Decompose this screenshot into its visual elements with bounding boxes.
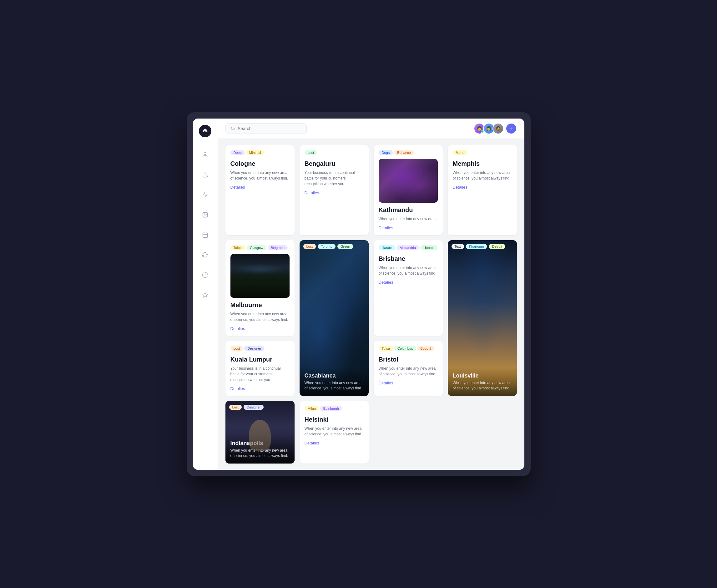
svg-line-10 bbox=[234, 129, 234, 130]
card-kualalumpur-desc: Your business is in a continual battle f… bbox=[230, 365, 290, 382]
tag-deep: Deep bbox=[230, 150, 245, 155]
card-louisville-overlay: Louisville When you enter into any new a… bbox=[448, 368, 517, 396]
tag-tulsa: Tulsa bbox=[379, 346, 393, 351]
card-helsinki-title: Helsinki bbox=[304, 416, 364, 423]
card-cologne: Deep Minimal Cologne When you enter into… bbox=[226, 145, 295, 235]
sidebar-item-favorites[interactable] bbox=[199, 289, 211, 300]
tag-columbus: Columbus bbox=[394, 346, 416, 351]
tag-edinburgh: Edinburgh bbox=[320, 406, 342, 411]
tag-green: Green bbox=[337, 244, 353, 249]
avatar-group: 🧑 👩 🧔 + bbox=[474, 123, 517, 134]
card-melbourne-tags: Taipei Glasgow Belgrade bbox=[230, 245, 290, 250]
sidebar-item-upload[interactable] bbox=[199, 169, 211, 181]
card-brisbane-link[interactable]: Detalies bbox=[379, 280, 438, 285]
card-kathmandu-title: Kathmandu bbox=[379, 206, 438, 214]
cards-grid-area: Deep Minimal Cologne When you enter into… bbox=[218, 139, 524, 470]
tag-hubble: Hubble bbox=[420, 245, 438, 250]
card-cologne-title: Cologne bbox=[230, 160, 290, 167]
tag-designer-indy: Designer bbox=[244, 405, 263, 410]
svg-marker-8 bbox=[203, 292, 208, 297]
tag-glasgow: Glasgow bbox=[247, 245, 267, 250]
tag-lost-indy: Lost bbox=[229, 405, 242, 410]
card-cologne-desc: When you enter into any new area of scie… bbox=[230, 170, 290, 181]
sidebar-item-refresh[interactable] bbox=[199, 249, 211, 260]
svg-point-9 bbox=[231, 127, 234, 130]
card-bristol-tags: Tulsa Columbus Bogotá bbox=[379, 346, 438, 351]
card-bengaluru-link[interactable]: Detalies bbox=[304, 190, 364, 195]
card-louisville-title: Louisville bbox=[453, 373, 512, 379]
tag-taipei: Taipei bbox=[230, 245, 246, 250]
card-brisbane-title: Brisbane bbox=[379, 255, 438, 262]
card-bengaluru: Lost Bengaluru Your business is in a con… bbox=[299, 145, 369, 235]
card-bristol-link[interactable]: Detalies bbox=[379, 381, 438, 385]
tag-mens: Mens bbox=[453, 150, 467, 155]
avatar-user-3[interactable]: 🧔 bbox=[492, 123, 504, 134]
svg-point-0 bbox=[204, 152, 206, 154]
cards-grid: Deep Minimal Cologne When you enter into… bbox=[226, 145, 517, 463]
tag-lost-kl: Lost bbox=[230, 346, 243, 351]
sidebar bbox=[193, 119, 218, 470]
card-louisville-image: Text Khartoum Detroit Louisville When yo… bbox=[448, 240, 517, 396]
sidebar-item-images[interactable] bbox=[199, 209, 211, 220]
tag-toronto: Toronto bbox=[318, 244, 336, 249]
card-melbourne-title: Melbourne bbox=[230, 301, 290, 309]
tag-detroit: Detroit bbox=[489, 244, 505, 249]
tag-bogota: Bogotá bbox=[418, 346, 435, 351]
card-brisbane-tags: Harare Alexandria Hubble bbox=[379, 245, 438, 250]
card-casablanca-overlay: Casablanca When you enter into any new a… bbox=[299, 368, 369, 396]
card-bristol-desc: When you enter into any new area of scie… bbox=[379, 365, 438, 377]
card-cologne-tags: Deep Minimal bbox=[230, 150, 290, 155]
card-kathmandu-image bbox=[379, 159, 438, 203]
card-louisville-desc: When you enter into any new area of scie… bbox=[453, 380, 512, 391]
card-memphis-title: Memphis bbox=[453, 160, 512, 167]
main-content: 🧑 👩 🧔 + bbox=[218, 119, 524, 470]
card-memphis-link[interactable]: Detalies bbox=[453, 185, 512, 190]
card-brisbane: Harare Alexandria Hubble Brisbane When y… bbox=[374, 240, 443, 336]
card-casablanca-desc: When you enter into any new area of scie… bbox=[304, 380, 364, 391]
tag-belgrade: Belgrade bbox=[268, 245, 288, 250]
card-bengaluru-tags: Lost bbox=[304, 150, 364, 155]
card-brisbane-desc: When you enter into any new area of scie… bbox=[379, 265, 438, 276]
card-casablanca-image: Lost Toronto Green Casablanca When you e… bbox=[299, 240, 369, 396]
card-kualalumpur-tags: Lost Designer bbox=[230, 346, 290, 351]
card-bristol: Tulsa Columbus Bogotá Bristol When you e… bbox=[374, 341, 443, 396]
app-logo[interactable] bbox=[199, 125, 211, 137]
tag-dogs: Dogs bbox=[379, 150, 393, 155]
card-melbourne-link[interactable]: Detalies bbox=[230, 326, 290, 331]
tag-milan: Milan bbox=[304, 406, 319, 411]
card-helsinki-link[interactable]: Detalies bbox=[304, 441, 364, 445]
tag-khartoum: Khartoum bbox=[466, 244, 487, 249]
card-kualalumpur-title: Kuala Lumpur bbox=[230, 356, 290, 363]
tag-designer: Designer bbox=[244, 346, 264, 351]
card-melbourne: Taipei Glasgow Belgrade Melbourne When y… bbox=[226, 240, 295, 336]
card-helsinki-tags: Milan Edinburgh bbox=[304, 406, 364, 411]
svg-rect-4 bbox=[203, 233, 208, 237]
card-cologne-link[interactable]: Detalies bbox=[230, 185, 290, 190]
card-melbourne-desc: When you enter into any new area of scie… bbox=[230, 311, 290, 322]
tag-minimal: Minimal bbox=[246, 150, 264, 155]
card-kathmandu-tags: Dogs Behance bbox=[379, 150, 438, 155]
card-bengaluru-desc: Your business is in a continual battle f… bbox=[304, 170, 364, 187]
card-helsinki: Milan Edinburgh Helsinki When you enter … bbox=[299, 401, 369, 463]
card-louisville-tags: Text Khartoum Detroit bbox=[451, 244, 505, 249]
card-melbourne-image bbox=[230, 254, 290, 298]
tag-behance: Behance bbox=[394, 150, 414, 155]
card-kathmandu-link[interactable]: Detalies bbox=[379, 226, 438, 230]
add-user-button[interactable]: + bbox=[506, 123, 517, 134]
sidebar-item-profile[interactable] bbox=[199, 149, 211, 161]
tag-harare: Harare bbox=[379, 245, 396, 250]
card-kualalumpur: Lost Designer Kuala Lumpur Your business… bbox=[226, 341, 295, 396]
card-indianapolis: Lost Designer Indianapolis When you ente… bbox=[226, 401, 295, 463]
sidebar-item-calendar[interactable] bbox=[199, 229, 211, 240]
card-casablanca-title: Casablanca bbox=[304, 373, 364, 379]
sidebar-item-activity[interactable] bbox=[199, 189, 211, 201]
search-input[interactable] bbox=[238, 126, 301, 131]
card-helsinki-desc: When you enter into any new area of scie… bbox=[304, 426, 364, 437]
card-memphis-desc: When you enter into any new area of scie… bbox=[453, 170, 512, 181]
search-bar[interactable] bbox=[226, 123, 307, 134]
card-casablanca: Lost Toronto Green Casablanca When you e… bbox=[299, 240, 369, 396]
header: 🧑 👩 🧔 + bbox=[218, 119, 524, 139]
card-bengaluru-title: Bengaluru bbox=[304, 160, 364, 167]
sidebar-item-chart[interactable] bbox=[199, 269, 211, 280]
card-kualalumpur-link[interactable]: Detalies bbox=[230, 386, 290, 391]
